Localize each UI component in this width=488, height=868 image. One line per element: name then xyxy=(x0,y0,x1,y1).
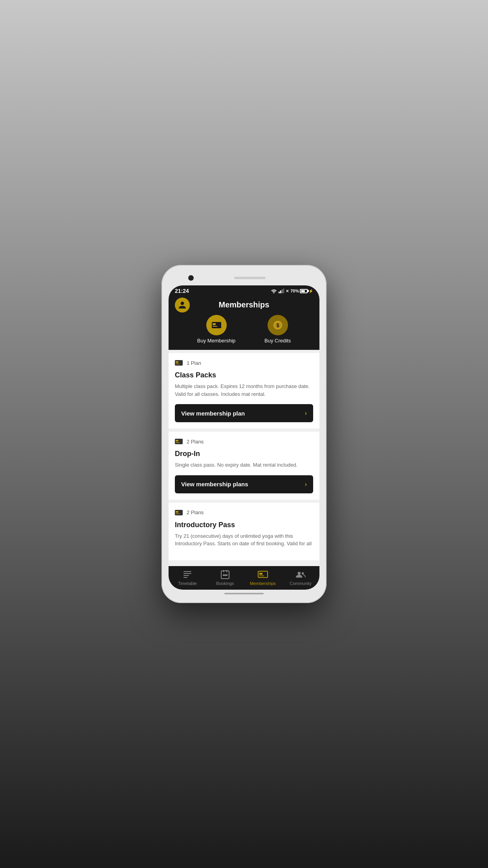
phone-bottom-bar xyxy=(169,593,319,594)
chevron-right-icon-2: › xyxy=(305,481,307,488)
svg-rect-5 xyxy=(213,323,216,325)
class-packs-card: 1 Plan Class Packs Multiple class pack. … xyxy=(169,353,319,428)
intro-pass-title: Introductory Pass xyxy=(175,521,313,529)
nav-timetable[interactable]: Timetable xyxy=(169,569,206,586)
svg-rect-15 xyxy=(176,442,180,443)
svg-rect-11 xyxy=(176,361,178,363)
svg-point-31 xyxy=(302,572,304,574)
svg-rect-25 xyxy=(224,574,226,576)
phone-frame: 21:24 ✕ 70% xyxy=(161,265,327,603)
chevron-right-icon: › xyxy=(305,410,307,417)
introductory-pass-card: 2 Plans Introductory Pass Try 21 (consec… xyxy=(169,503,319,560)
svg-rect-26 xyxy=(226,574,227,576)
status-time: 21:24 xyxy=(175,288,189,294)
battery-fill xyxy=(301,290,305,292)
svg-rect-24 xyxy=(223,574,224,576)
no-signal-x: ✕ xyxy=(286,289,289,293)
community-nav-label: Community xyxy=(290,581,312,586)
svg-rect-28 xyxy=(259,573,262,575)
buy-membership-action[interactable]: Buy Membership xyxy=(197,315,236,344)
memberships-nav-label: Memberships xyxy=(250,581,276,586)
svg-rect-29 xyxy=(259,576,264,576)
class-packs-plan-count: 1 Plan xyxy=(187,360,201,366)
intro-pass-description: Try 21 (consecutive) days of unlimited y… xyxy=(175,532,313,548)
svg-rect-12 xyxy=(176,364,180,364)
svg-rect-3 xyxy=(283,289,284,293)
bookings-icon xyxy=(220,569,230,579)
drop-in-plan-count: 2 Plans xyxy=(187,439,204,445)
nav-memberships[interactable]: Memberships xyxy=(244,569,282,586)
class-packs-description: Multiple class pack. Expires 12 months f… xyxy=(175,383,313,398)
drop-in-card: 2 Plans Drop-In Single class pass. No ex… xyxy=(169,432,319,500)
buy-credits-action[interactable]: $ Buy Credits xyxy=(264,315,291,344)
app-header: Memberships Buy Membership xyxy=(169,296,319,350)
svg-rect-17 xyxy=(176,511,178,513)
svg-rect-6 xyxy=(213,326,217,327)
svg-text:$: $ xyxy=(276,323,279,328)
view-class-packs-label: View membership plan xyxy=(181,410,245,417)
nav-bookings[interactable]: Bookings xyxy=(206,569,244,586)
signal-icon xyxy=(279,289,284,293)
buy-credits-label: Buy Credits xyxy=(264,338,291,344)
svg-rect-18 xyxy=(176,513,180,514)
memberships-svg xyxy=(258,570,268,578)
svg-rect-0 xyxy=(279,292,280,293)
buy-membership-label: Buy Membership xyxy=(197,338,236,344)
bookings-nav-label: Bookings xyxy=(216,581,234,586)
bookings-svg xyxy=(221,570,229,579)
status-icons: ✕ 70% ⚡ xyxy=(271,289,313,293)
speaker xyxy=(234,277,266,279)
phone-screen: 21:24 ✕ 70% xyxy=(169,285,319,590)
intro-pass-badge: 2 Plans xyxy=(175,509,313,516)
svg-point-30 xyxy=(298,572,301,575)
header-actions: Buy Membership $ Buy Credits xyxy=(175,315,313,344)
membership-list: 1 Plan Class Packs Multiple class pack. … xyxy=(169,350,319,566)
timetable-icon xyxy=(182,569,193,579)
class-packs-title: Class Packs xyxy=(175,371,313,379)
svg-rect-2 xyxy=(282,289,283,293)
membership-card-icon xyxy=(211,321,222,329)
battery-percent: 70% xyxy=(290,289,299,293)
svg-rect-21 xyxy=(183,575,189,576)
community-svg xyxy=(295,570,306,579)
drop-in-description: Single class pass. No expiry date. Mat r… xyxy=(175,461,313,469)
intro-pass-plan-count: 2 Plans xyxy=(187,509,204,515)
drop-in-badge: 2 Plans xyxy=(175,438,313,445)
memberships-icon xyxy=(258,569,268,579)
page-title: Memberships xyxy=(219,300,270,309)
credits-coin-icon: $ xyxy=(273,320,283,330)
header-top: Memberships xyxy=(175,300,313,309)
avatar-icon[interactable] xyxy=(175,298,190,313)
svg-rect-14 xyxy=(176,440,178,441)
plan-card-icon xyxy=(175,359,183,366)
buy-credits-icon-circle: $ xyxy=(268,315,288,335)
timetable-nav-label: Timetable xyxy=(178,581,197,586)
plan-card-icon-3 xyxy=(175,509,183,516)
user-icon xyxy=(178,301,187,309)
svg-rect-19 xyxy=(183,571,191,572)
community-icon xyxy=(295,569,306,579)
view-drop-in-button[interactable]: View membership plans › xyxy=(175,475,313,493)
bottom-nav: Timetable Bookings xyxy=(169,566,319,590)
plan-card-icon-2 xyxy=(175,438,183,445)
timetable-svg xyxy=(183,570,192,579)
status-bar: 21:24 ✕ 70% xyxy=(169,285,319,296)
charging-icon: ⚡ xyxy=(308,289,313,293)
svg-rect-1 xyxy=(280,291,281,293)
drop-in-title: Drop-In xyxy=(175,450,313,458)
battery-icon xyxy=(300,289,308,293)
wifi-icon xyxy=(271,289,277,293)
phone-top-bar xyxy=(169,272,319,284)
view-drop-in-label: View membership plans xyxy=(181,481,248,487)
svg-rect-22 xyxy=(183,577,187,578)
view-class-packs-button[interactable]: View membership plan › xyxy=(175,404,313,422)
buy-membership-icon-circle xyxy=(206,315,227,335)
class-packs-badge: 1 Plan xyxy=(175,359,313,366)
home-indicator xyxy=(224,593,264,594)
camera xyxy=(188,275,194,281)
battery-indicator: 70% ⚡ xyxy=(290,289,313,293)
svg-rect-20 xyxy=(183,573,191,574)
nav-community[interactable]: Community xyxy=(282,569,319,586)
